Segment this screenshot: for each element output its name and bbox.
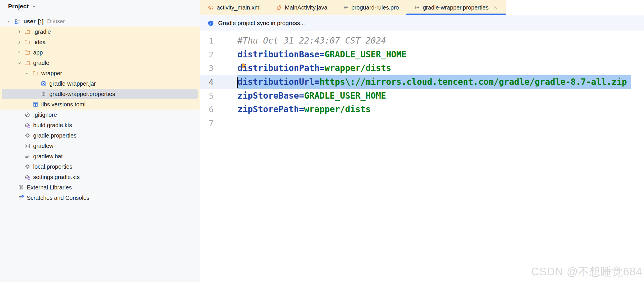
tree-item-local-properties[interactable]: local.properties (0, 161, 200, 172)
tree-item-app[interactable]: app (0, 47, 200, 58)
tree-item-gradle[interactable]: gradle (0, 58, 200, 68)
property-separator: = (314, 77, 319, 87)
folder-icon (24, 60, 31, 66)
gear-icon (24, 163, 31, 170)
watermark: CSDN @不想睡觉684 (531, 264, 642, 279)
tab-proguard-rules-pro[interactable]: proguard-rules.pro (335, 0, 407, 15)
line-number[interactable]: 3 (200, 61, 237, 75)
module-badge: [:] (38, 18, 44, 25)
tree-item-label: local.properties (33, 163, 72, 170)
tree-item-idea[interactable]: .idea (0, 37, 200, 47)
lines-icon (24, 153, 31, 159)
line-number[interactable]: 1 (200, 34, 237, 48)
property-separator: = (299, 104, 304, 114)
code-text[interactable]: #Thu Oct 31 22:43:07 CST 2024 (237, 34, 386, 48)
tab-gradle-wrapper-properties[interactable]: gradle-wrapper.properties (406, 0, 506, 15)
tree-item-settings-gradle-kts[interactable]: settings.gradle.kts (0, 172, 200, 182)
code-editor[interactable]: 1#Thu Oct 31 22:43:07 CST 20242distribut… (200, 31, 644, 282)
property-value: wrapper/dists (304, 104, 371, 114)
text-caret (237, 77, 238, 88)
property-value: wrapper/dists (325, 63, 391, 73)
tree-item-label: External Libraries (27, 184, 72, 191)
line-number[interactable]: 4 (200, 75, 237, 89)
tree-item-label: wrapper (41, 70, 62, 77)
lines-icon (342, 4, 349, 11)
code-line-7[interactable]: 7 (200, 116, 644, 130)
code-line-2[interactable]: 2distributionBase=GRADLE_USER_HOME (200, 48, 644, 62)
code-text[interactable]: distributionUrl=https\://mirrors.cloud.t… (237, 75, 631, 89)
editor-pane: activity_main.xmlMainActivity.javaprogua… (200, 0, 644, 282)
sync-banner-text: Gradle project sync in progress... (218, 20, 305, 27)
property-key: zipStorePath (237, 104, 299, 114)
editor-tabs: activity_main.xmlMainActivity.javaprogua… (200, 0, 506, 15)
tree-item-gradle-wrapper-properties[interactable]: gradle-wrapper.properties (0, 89, 200, 99)
tab-mainactivity-java[interactable]: MainActivity.java (268, 0, 335, 15)
line-number[interactable]: 6 (200, 103, 237, 116)
terminal-icon (24, 143, 31, 149)
panel-title[interactable]: Project (8, 3, 29, 10)
tree-item-label: gradle.properties (33, 132, 76, 139)
sync-banner: Gradle project sync in progress... (200, 15, 644, 31)
gradle-kts-icon (24, 174, 31, 180)
tree-item-user[interactable]: user[:]D:\user (0, 16, 200, 27)
folder-icon (24, 29, 31, 35)
tree-item-label: gradle-wrapper.properties (49, 91, 115, 97)
code-text[interactable]: zipStorePath=wrapper/dists (237, 103, 371, 116)
tree-item-external-libraries[interactable]: External Libraries (0, 182, 200, 193)
tree-item-wrapper[interactable]: wrapper (0, 68, 200, 78)
close-tab-icon[interactable] (493, 5, 498, 10)
tree-item-gradlew-bat[interactable]: gradlew.bat (0, 151, 200, 161)
code-line-5[interactable]: 5zipStoreBase=GRADLE_USER_HOME (200, 89, 644, 103)
property-key: distributionPath (237, 63, 319, 73)
tab-label: activity_main.xml (217, 4, 261, 11)
tree-item-scratches-and-consoles[interactable]: Scratches and Consoles (0, 193, 200, 203)
code-line-6[interactable]: 6zipStorePath=wrapper/dists (200, 103, 644, 116)
tree-item-label: .gitignore (33, 112, 57, 118)
folder-icon (32, 70, 39, 76)
tree-item-libs-versions-toml[interactable]: libs.versions.toml (0, 99, 200, 110)
code-text[interactable]: distributionBase=GRADLE_USER_HOME (237, 48, 407, 62)
tab-label: proguard-rules.pro (351, 4, 399, 11)
tree-item-label: Scratches and Consoles (27, 195, 89, 201)
tab-activity-main-xml[interactable]: activity_main.xml (200, 0, 268, 15)
code-text[interactable]: distributionPath=wrapper/dists (237, 61, 391, 75)
tree-item-label: libs.versions.toml (41, 101, 85, 108)
code-text[interactable]: zipStoreBase=GRADLE_USER_HOME (237, 89, 386, 103)
chevron-right-icon[interactable] (16, 49, 23, 56)
tree-item-gradlew[interactable]: gradlew (0, 141, 200, 151)
tree-item-build-gradle-kts[interactable]: build.gradle.kts (0, 120, 200, 130)
line-number[interactable]: 2 (200, 48, 237, 62)
code-line-1[interactable]: 1#Thu Oct 31 22:43:07 CST 2024 (200, 34, 644, 48)
tree-item-label: .idea (33, 39, 46, 46)
comment-text: #Thu Oct 31 22:43:07 CST 2024 (237, 36, 386, 46)
gradle-kts-icon (24, 122, 31, 128)
line-number[interactable]: 5 (200, 89, 237, 103)
project-panel-header: Project (0, 0, 200, 13)
chevron-down-icon[interactable] (31, 4, 37, 9)
chevron-down-icon[interactable] (6, 18, 13, 25)
gear-icon (40, 91, 47, 97)
toml-icon (32, 101, 39, 108)
tree-item-gradle[interactable]: .gradle (0, 27, 200, 37)
chevron-down-icon[interactable] (16, 59, 23, 66)
chevron-right-icon[interactable] (16, 28, 23, 35)
chevron-down-icon[interactable] (24, 70, 31, 77)
tree-item-label: gradlew.bat (33, 153, 63, 160)
library-icon (18, 184, 24, 191)
tree-item-label: app (33, 49, 43, 56)
tree-item-gradle-wrapper-jar[interactable]: gradle-wrapper.jar (0, 78, 200, 89)
tree-item-label: build.gradle.kts (33, 122, 72, 129)
code-line-3[interactable]: 3distributionPath=wrapper/dists (200, 61, 644, 75)
property-separator: = (319, 50, 325, 59)
folder-icon (24, 39, 31, 45)
property-value: GRADLE_USER_HOME (304, 91, 386, 101)
line-number[interactable]: 7 (200, 116, 237, 130)
tree-item-gradle-properties[interactable]: gradle.properties (0, 130, 200, 141)
info-icon (207, 20, 214, 27)
ide-window: Project user[:]D:\user.gradle.ideaappgra… (0, 0, 644, 282)
tree-item-gitignore[interactable]: .gitignore (0, 110, 200, 120)
code-line-4[interactable]: 4distributionUrl=https\://mirrors.cloud.… (200, 75, 644, 89)
project-panel: Project user[:]D:\user.gradle.ideaappgra… (0, 0, 200, 282)
code-text[interactable] (237, 116, 237, 130)
chevron-right-icon[interactable] (16, 39, 23, 46)
